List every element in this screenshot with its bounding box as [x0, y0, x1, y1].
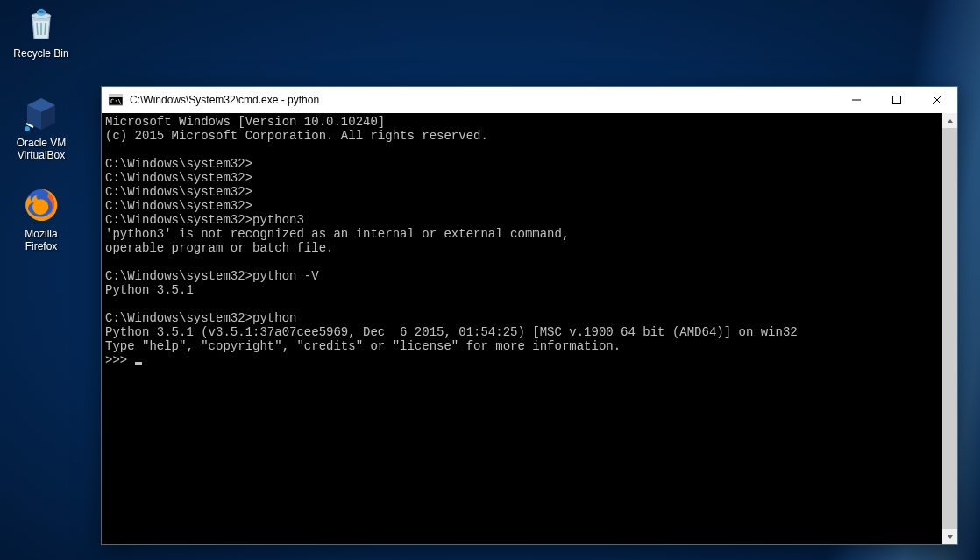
minimize-button[interactable] [836, 87, 877, 113]
close-icon [933, 96, 941, 104]
scrollbar-thumb[interactable] [942, 128, 957, 529]
desktop-icon-virtualbox[interactable]: Oracle VM VirtualBox [7, 95, 75, 162]
chevron-up-icon [947, 117, 954, 124]
maximize-icon [892, 96, 901, 104]
chevron-down-icon [947, 534, 954, 541]
terminal-output[interactable]: Microsoft Windows [Version 10.0.10240] (… [102, 113, 942, 544]
svg-rect-3 [109, 95, 123, 97]
svg-text:C:\: C:\ [110, 98, 122, 105]
desktop-icon-label: Mozilla Firefox [25, 228, 57, 253]
minimize-icon [852, 96, 861, 104]
titlebar[interactable]: C:\ C:\Windows\System32\cmd.exe - python [102, 87, 957, 113]
window-title: C:\Windows\System32\cmd.exe - python [130, 94, 836, 106]
scrollbar-track[interactable] [942, 128, 957, 529]
scroll-down-button[interactable] [942, 529, 957, 544]
vertical-scrollbar[interactable] [942, 113, 957, 544]
desktop-icon-firefox[interactable]: Mozilla Firefox [7, 186, 75, 253]
recycle-bin-icon [22, 5, 60, 44]
desktop-icon-label: Oracle VM VirtualBox [17, 137, 67, 162]
window-controls [836, 87, 957, 113]
maximize-button[interactable] [877, 87, 917, 113]
cmd-icon: C:\ [109, 93, 123, 107]
desktop-icon-label: Recycle Bin [13, 47, 68, 60]
virtualbox-icon [22, 95, 60, 133]
firefox-icon [22, 186, 60, 224]
cmd-window: C:\ C:\Windows\System32\cmd.exe - python… [101, 86, 958, 545]
desktop-icon-recycle-bin[interactable]: Recycle Bin [7, 5, 75, 60]
close-button[interactable] [917, 87, 957, 113]
scroll-up-button[interactable] [942, 113, 957, 128]
svg-rect-6 [893, 96, 901, 104]
